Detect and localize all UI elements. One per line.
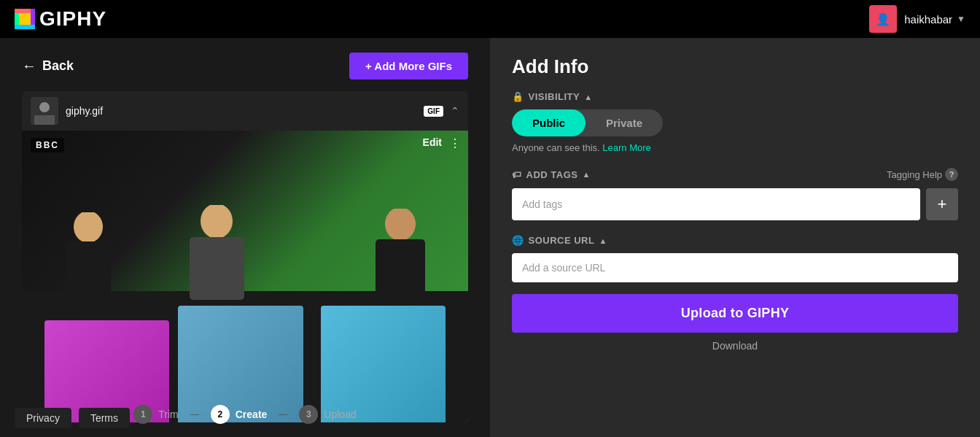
header: GIPHY 👤 haikhabar ▼ <box>0 0 980 38</box>
top-bar: ← Back + Add More GIFs <box>22 53 468 80</box>
public-button[interactable]: Public <box>512 109 586 136</box>
visibility-description: Anyone can see this. Learn More <box>512 142 958 153</box>
avatar-button[interactable]: 👤 <box>869 5 897 33</box>
svg-point-10 <box>201 205 233 239</box>
more-options-button[interactable]: ⋮ <box>449 136 461 150</box>
edit-button[interactable]: Edit <box>423 136 442 148</box>
svg-point-6 <box>39 102 50 112</box>
svg-rect-11 <box>190 237 244 300</box>
logo: GIPHY <box>15 7 106 31</box>
source-caret-icon: ▲ <box>599 236 607 245</box>
bbc-badge: BBC <box>31 138 64 152</box>
svg-point-8 <box>74 212 103 243</box>
step-1-num: 1 <box>133 405 152 424</box>
svg-point-12 <box>385 209 416 241</box>
back-arrow-icon: ← <box>22 58 36 74</box>
add-more-label: + Add More GIFs <box>365 60 452 72</box>
more-dots-icon: ⋮ <box>449 137 461 150</box>
step-3: 3 Upload <box>299 405 356 424</box>
step-1-label: Trim <box>158 409 178 420</box>
globe-icon: 🌐 <box>512 235 524 246</box>
privacy-button[interactable]: Privacy <box>15 408 71 428</box>
download-link[interactable]: Download <box>512 340 958 352</box>
footer: Privacy Terms <box>15 408 130 428</box>
tagging-help[interactable]: Tagging Help ? <box>887 168 958 181</box>
collapse-icon[interactable]: ⌃ <box>451 105 459 117</box>
upload-label: Upload to GIPHY <box>681 306 790 320</box>
plus-icon: + <box>938 195 947 214</box>
terms-label: Terms <box>90 412 118 424</box>
tags-label: Add Tags <box>526 169 578 180</box>
step-divider-1: — <box>190 409 199 419</box>
right-panel: Add Info 🔒 Visibility ▲ Public Private A… <box>490 38 980 437</box>
private-button[interactable]: Private <box>586 109 663 136</box>
giphy-logo-icon <box>15 9 35 29</box>
avatar-icon: 👤 <box>876 12 890 26</box>
step-3-label: Upload <box>324 409 356 420</box>
svg-rect-7 <box>34 115 55 125</box>
lock-icon: 🔒 <box>512 91 524 102</box>
visibility-caret-icon: ▲ <box>584 93 592 101</box>
upload-button[interactable]: Upload to GIPHY <box>512 294 958 333</box>
step-divider-2: — <box>279 409 287 419</box>
source-section: 🌐 Source URL ▲ <box>512 235 958 282</box>
svg-rect-4 <box>19 13 31 25</box>
add-tag-button[interactable]: + <box>926 188 958 220</box>
tags-input[interactable] <box>512 188 920 220</box>
tags-input-row: + <box>512 188 958 220</box>
source-label: Source URL <box>529 235 595 246</box>
back-label: Back <box>42 58 74 74</box>
chevron-down-icon: ▼ <box>957 14 965 24</box>
user-dropdown[interactable]: haikhabar ▼ <box>904 13 965 26</box>
learn-more-link[interactable]: Learn More <box>602 142 650 153</box>
tags-caret-icon: ▲ <box>582 170 590 179</box>
file-name: giphy.gif <box>66 105 416 117</box>
visibility-label: Visibility <box>529 91 580 102</box>
tag-icon: 🏷 <box>512 169 522 180</box>
main-content: ← Back + Add More GIFs giphy.gif GIF ⌃ <box>0 38 980 437</box>
file-row: giphy.gif GIF ⌃ <box>22 91 468 131</box>
back-button[interactable]: ← Back <box>22 58 74 74</box>
visibility-label-row: 🔒 Visibility ▲ <box>512 91 958 102</box>
left-panel: ← Back + Add More GIFs giphy.gif GIF ⌃ <box>0 38 490 437</box>
header-right: 👤 haikhabar ▼ <box>869 5 965 33</box>
visibility-desc-text: Anyone can see this. <box>512 142 600 153</box>
step-2-num: 2 <box>211 405 230 424</box>
terms-button[interactable]: Terms <box>79 408 130 428</box>
step-2: 2 Create <box>211 405 268 424</box>
gif-preview: BBC Edit ⋮ <box>22 131 468 422</box>
svg-rect-9 <box>66 241 111 300</box>
download-label: Download <box>712 340 758 352</box>
tags-section: 🏷 Add Tags ▲ Tagging Help ? + <box>512 168 958 220</box>
visibility-toggle: Public Private <box>512 109 663 136</box>
person-1 <box>58 212 120 300</box>
step-3-num: 3 <box>299 405 318 424</box>
person-3 <box>368 209 432 300</box>
visibility-section: 🔒 Visibility ▲ Public Private Anyone can… <box>512 91 958 153</box>
add-more-gifs-button[interactable]: + Add More GIFs <box>349 53 468 80</box>
source-url-input[interactable] <box>512 253 958 282</box>
user-name: haikhabar <box>904 13 952 26</box>
tags-header: 🏷 Add Tags ▲ Tagging Help ? <box>512 168 958 181</box>
person-2 <box>182 205 252 300</box>
edit-label: Edit <box>423 136 442 148</box>
gif-badge: GIF <box>424 106 443 117</box>
gif-canvas: BBC Edit ⋮ <box>22 131 468 422</box>
step-2-label: Create <box>236 409 268 420</box>
privacy-label: Privacy <box>26 412 60 424</box>
file-thumbnail <box>31 97 58 125</box>
help-icon: ? <box>945 168 958 181</box>
source-label-row: 🌐 Source URL ▲ <box>512 235 958 246</box>
svg-rect-3 <box>15 25 35 29</box>
logo-text: GIPHY <box>39 7 106 31</box>
add-info-title: Add Info <box>512 55 958 78</box>
tags-label-row: 🏷 Add Tags ▲ <box>512 169 591 180</box>
thumb-preview <box>31 97 58 125</box>
step-1: 1 Trim <box>133 405 178 424</box>
tagging-help-label: Tagging Help <box>887 169 942 180</box>
svg-rect-13 <box>376 239 425 300</box>
